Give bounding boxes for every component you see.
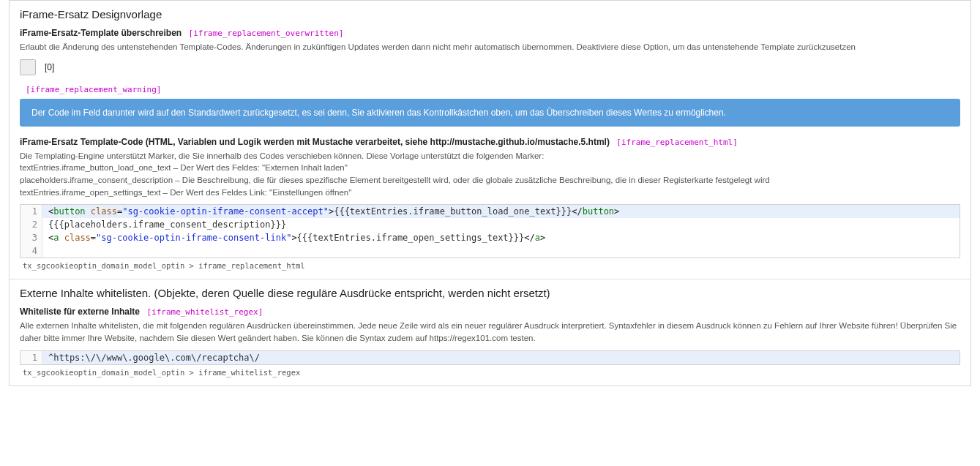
template-code-editor[interactable]: 1 <button class="sg-cookie-optin-iframe-… [20, 204, 960, 258]
section-whitelist: Externe Inhalte whitelisten. (Objekte, d… [10, 279, 970, 385]
field-key: [iframe_replacement_html] [616, 138, 738, 147]
code-line: ^https:\/\/www\.google\.com\/recaptcha\/ [42, 351, 960, 364]
checkbox-row: [0] [20, 59, 960, 75]
desc-line: textEntries.iframe_button_load_one_text … [20, 162, 960, 174]
field-label: iFrame-Ersatz-Template überschreiben [20, 28, 182, 38]
field-label: Whiteliste für externe Inhalte [20, 307, 140, 317]
line-number: 4 [20, 244, 42, 258]
line-number: 2 [20, 218, 42, 231]
field-label: iFrame-Ersatz Template-Code (HTML, Varia… [20, 137, 610, 147]
code-line: {{{placeholders.iframe_consent_descripti… [42, 218, 960, 231]
field-template-code: iFrame-Ersatz Template-Code (HTML, Varia… [20, 137, 960, 271]
desc-line: placeholders.iframe_consent_description … [20, 174, 960, 187]
desc-line: textEntries.iframe_open_settings_text – … [20, 187, 960, 199]
code-line: <button class="sg-cookie-optin-iframe-co… [42, 205, 960, 218]
field-key: [iframe_whitelist_regex] [146, 307, 263, 317]
warning-key-row: [iframe_replacement_warning] [26, 84, 960, 94]
warning-key: [iframe_replacement_warning] [26, 85, 161, 94]
section-title: iFrame-Ersatz Designvorlage [20, 8, 960, 20]
field-path: tx_sgcookieoptin_domain_model_optin > if… [23, 368, 960, 377]
warning-alert: Der Code im Feld darunter wird auf den S… [20, 99, 960, 127]
section-iframe-template: iFrame-Ersatz Designvorlage iFrame-Ersat… [10, 1, 970, 279]
line-number: 1 [20, 351, 42, 364]
field-overwrite: iFrame-Ersatz-Template überschreiben [if… [20, 28, 960, 75]
field-key: [iframe_replacement_overwritten] [189, 29, 344, 38]
checkbox-label: [0] [45, 62, 54, 72]
line-number: 3 [20, 231, 42, 244]
code-line [42, 244, 960, 258]
whitelist-code-editor[interactable]: 1 ^https:\/\/www\.google\.com\/recaptcha… [20, 350, 960, 365]
section-title: Externe Inhalte whitelisten. (Objekte, d… [20, 287, 960, 299]
form-panel: iFrame-Ersatz Designvorlage iFrame-Ersat… [9, 0, 971, 386]
desc-line: Die Templating-Engine unterstützt Marker… [20, 150, 960, 162]
line-number: 1 [20, 205, 42, 218]
code-line: <a class="sg-cookie-optin-iframe-consent… [42, 231, 960, 244]
field-path: tx_sgcookieoptin_domain_model_optin > if… [23, 261, 960, 270]
field-description: Alle externen Inhalte whitelisten, die m… [20, 320, 960, 344]
field-description: Die Templating-Engine unterstützt Marker… [20, 150, 960, 199]
field-whitelist: Whiteliste für externe Inhalte [iframe_w… [20, 307, 960, 376]
overwrite-checkbox[interactable] [20, 59, 36, 75]
field-description: Erlaubt die Änderung des untenstehenden … [20, 41, 960, 53]
